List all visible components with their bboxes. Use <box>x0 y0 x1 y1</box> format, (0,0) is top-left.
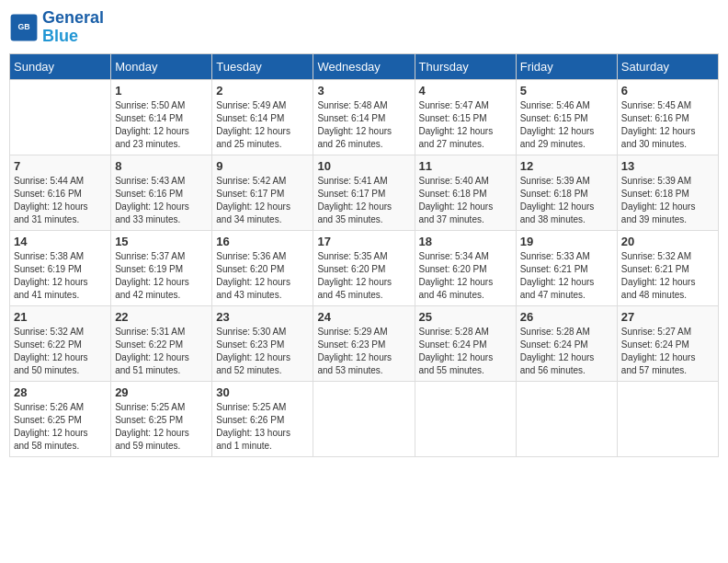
day-info: Sunrise: 5:25 AM Sunset: 6:26 PM Dayligh… <box>216 401 309 453</box>
calendar-cell <box>313 381 415 456</box>
calendar-cell: 22Sunrise: 5:31 AM Sunset: 6:22 PM Dayli… <box>111 305 212 381</box>
day-info: Sunrise: 5:27 AM Sunset: 6:24 PM Dayligh… <box>621 326 714 377</box>
day-header-monday: Monday <box>111 53 212 79</box>
svg-text:GB: GB <box>17 21 29 30</box>
calendar-cell: 14Sunrise: 5:38 AM Sunset: 6:19 PM Dayli… <box>10 230 111 305</box>
calendar-cell: 13Sunrise: 5:39 AM Sunset: 6:18 PM Dayli… <box>617 155 718 230</box>
calendar-cell: 6Sunrise: 5:45 AM Sunset: 6:16 PM Daylig… <box>617 79 718 155</box>
calendar-header-row: SundayMondayTuesdayWednesdayThursdayFrid… <box>10 53 719 79</box>
calendar-cell: 5Sunrise: 5:46 AM Sunset: 6:15 PM Daylig… <box>516 79 617 155</box>
day-number: 16 <box>216 235 309 248</box>
calendar-cell: 20Sunrise: 5:32 AM Sunset: 6:21 PM Dayli… <box>617 230 718 305</box>
calendar-week-row: 28Sunrise: 5:26 AM Sunset: 6:25 PM Dayli… <box>10 381 719 456</box>
day-number: 9 <box>216 159 309 173</box>
day-number: 28 <box>14 385 107 399</box>
day-number: 14 <box>14 235 107 248</box>
calendar-cell: 12Sunrise: 5:39 AM Sunset: 6:18 PM Dayli… <box>516 155 617 230</box>
day-info: Sunrise: 5:44 AM Sunset: 6:16 PM Dayligh… <box>14 175 107 226</box>
day-number: 7 <box>14 159 107 173</box>
calendar-cell: 4Sunrise: 5:47 AM Sunset: 6:15 PM Daylig… <box>415 79 516 155</box>
day-header-saturday: Saturday <box>617 53 718 79</box>
calendar-cell: 7Sunrise: 5:44 AM Sunset: 6:16 PM Daylig… <box>10 155 111 230</box>
calendar-cell: 16Sunrise: 5:36 AM Sunset: 6:20 PM Dayli… <box>212 230 313 305</box>
day-number: 24 <box>317 310 410 324</box>
day-info: Sunrise: 5:35 AM Sunset: 6:20 PM Dayligh… <box>317 250 410 302</box>
day-header-tuesday: Tuesday <box>212 53 313 79</box>
calendar-cell: 29Sunrise: 5:25 AM Sunset: 6:25 PM Dayli… <box>111 381 212 456</box>
calendar-cell: 23Sunrise: 5:30 AM Sunset: 6:23 PM Dayli… <box>212 305 313 381</box>
day-info: Sunrise: 5:39 AM Sunset: 6:18 PM Dayligh… <box>520 175 613 226</box>
day-info: Sunrise: 5:47 AM Sunset: 6:15 PM Dayligh… <box>419 99 512 151</box>
day-number: 25 <box>419 310 512 324</box>
day-info: Sunrise: 5:29 AM Sunset: 6:23 PM Dayligh… <box>317 326 410 377</box>
day-number: 15 <box>115 235 208 248</box>
day-number: 26 <box>520 310 613 324</box>
logo: GB GeneralBlue <box>9 9 104 46</box>
day-number: 21 <box>14 310 107 324</box>
logo-icon: GB <box>9 13 39 42</box>
calendar-cell: 18Sunrise: 5:34 AM Sunset: 6:20 PM Dayli… <box>415 230 516 305</box>
day-header-thursday: Thursday <box>415 53 516 79</box>
day-info: Sunrise: 5:45 AM Sunset: 6:16 PM Dayligh… <box>621 99 714 151</box>
day-info: Sunrise: 5:49 AM Sunset: 6:14 PM Dayligh… <box>216 99 309 151</box>
day-info: Sunrise: 5:46 AM Sunset: 6:15 PM Dayligh… <box>520 99 613 151</box>
day-number: 4 <box>419 84 512 98</box>
day-info: Sunrise: 5:50 AM Sunset: 6:14 PM Dayligh… <box>115 99 208 151</box>
day-number: 19 <box>520 235 613 248</box>
day-info: Sunrise: 5:31 AM Sunset: 6:22 PM Dayligh… <box>115 326 208 377</box>
calendar-cell <box>617 381 718 456</box>
calendar-cell: 9Sunrise: 5:42 AM Sunset: 6:17 PM Daylig… <box>212 155 313 230</box>
day-number: 17 <box>317 235 410 248</box>
calendar-week-row: 14Sunrise: 5:38 AM Sunset: 6:19 PM Dayli… <box>10 230 719 305</box>
day-info: Sunrise: 5:48 AM Sunset: 6:14 PM Dayligh… <box>317 99 410 151</box>
day-info: Sunrise: 5:34 AM Sunset: 6:20 PM Dayligh… <box>419 250 512 302</box>
day-number: 20 <box>621 235 714 248</box>
day-info: Sunrise: 5:40 AM Sunset: 6:18 PM Dayligh… <box>419 175 512 226</box>
calendar-table: SundayMondayTuesdayWednesdayThursdayFrid… <box>9 53 719 457</box>
day-info: Sunrise: 5:36 AM Sunset: 6:20 PM Dayligh… <box>216 250 309 302</box>
day-number: 13 <box>621 159 714 173</box>
calendar-cell: 27Sunrise: 5:27 AM Sunset: 6:24 PM Dayli… <box>617 305 718 381</box>
day-number: 22 <box>115 310 208 324</box>
day-info: Sunrise: 5:32 AM Sunset: 6:22 PM Dayligh… <box>14 326 107 377</box>
day-info: Sunrise: 5:30 AM Sunset: 6:23 PM Dayligh… <box>216 326 309 377</box>
header: GB GeneralBlue <box>9 9 719 46</box>
calendar-cell: 3Sunrise: 5:48 AM Sunset: 6:14 PM Daylig… <box>313 79 415 155</box>
day-number: 2 <box>216 84 309 98</box>
day-info: Sunrise: 5:28 AM Sunset: 6:24 PM Dayligh… <box>520 326 613 377</box>
day-number: 12 <box>520 159 613 173</box>
day-info: Sunrise: 5:41 AM Sunset: 6:17 PM Dayligh… <box>317 175 410 226</box>
day-number: 23 <box>216 310 309 324</box>
calendar-cell: 24Sunrise: 5:29 AM Sunset: 6:23 PM Dayli… <box>313 305 415 381</box>
calendar-cell: 30Sunrise: 5:25 AM Sunset: 6:26 PM Dayli… <box>212 381 313 456</box>
calendar-cell: 15Sunrise: 5:37 AM Sunset: 6:19 PM Dayli… <box>111 230 212 305</box>
calendar-cell: 8Sunrise: 5:43 AM Sunset: 6:16 PM Daylig… <box>111 155 212 230</box>
day-number: 30 <box>216 385 309 399</box>
calendar-week-row: 7Sunrise: 5:44 AM Sunset: 6:16 PM Daylig… <box>10 155 719 230</box>
day-info: Sunrise: 5:42 AM Sunset: 6:17 PM Dayligh… <box>216 175 309 226</box>
day-info: Sunrise: 5:26 AM Sunset: 6:25 PM Dayligh… <box>14 401 107 453</box>
calendar-cell: 10Sunrise: 5:41 AM Sunset: 6:17 PM Dayli… <box>313 155 415 230</box>
day-header-sunday: Sunday <box>10 53 111 79</box>
calendar-cell: 2Sunrise: 5:49 AM Sunset: 6:14 PM Daylig… <box>212 79 313 155</box>
calendar-cell <box>10 79 111 155</box>
day-number: 29 <box>115 385 208 399</box>
day-info: Sunrise: 5:32 AM Sunset: 6:21 PM Dayligh… <box>621 250 714 302</box>
day-number: 8 <box>115 159 208 173</box>
day-number: 5 <box>520 84 613 98</box>
calendar-cell: 28Sunrise: 5:26 AM Sunset: 6:25 PM Dayli… <box>10 381 111 456</box>
calendar-cell: 11Sunrise: 5:40 AM Sunset: 6:18 PM Dayli… <box>415 155 516 230</box>
calendar-week-row: 1Sunrise: 5:50 AM Sunset: 6:14 PM Daylig… <box>10 79 719 155</box>
day-number: 27 <box>621 310 714 324</box>
calendar-cell: 25Sunrise: 5:28 AM Sunset: 6:24 PM Dayli… <box>415 305 516 381</box>
logo-text: GeneralBlue <box>42 9 104 46</box>
day-info: Sunrise: 5:28 AM Sunset: 6:24 PM Dayligh… <box>419 326 512 377</box>
day-header-friday: Friday <box>516 53 617 79</box>
day-number: 1 <box>115 84 208 98</box>
day-number: 6 <box>621 84 714 98</box>
calendar-cell: 21Sunrise: 5:32 AM Sunset: 6:22 PM Dayli… <box>10 305 111 381</box>
day-number: 10 <box>317 159 410 173</box>
day-header-wednesday: Wednesday <box>313 53 415 79</box>
day-number: 18 <box>419 235 512 248</box>
calendar-cell: 17Sunrise: 5:35 AM Sunset: 6:20 PM Dayli… <box>313 230 415 305</box>
